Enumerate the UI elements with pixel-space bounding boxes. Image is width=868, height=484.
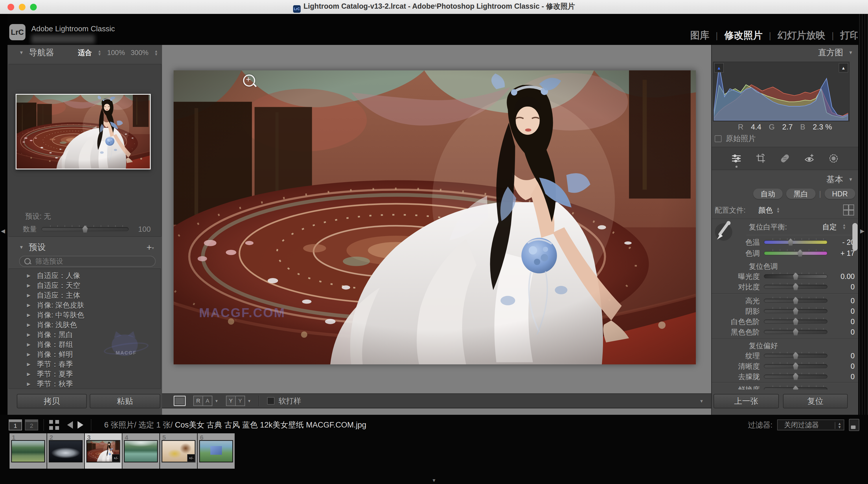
reset-button[interactable]: 复位 <box>783 394 848 408</box>
texture-slider[interactable] <box>764 354 828 358</box>
collapse-left-panel-icon[interactable]: ◀ <box>1 228 5 234</box>
bottom-panel-collapse-arrow[interactable]: ▼ <box>432 478 436 483</box>
filter-select[interactable]: 关闭过滤器 ▲▼ <box>777 419 844 430</box>
filmstrip-cell-4[interactable]: 4 <box>122 433 159 468</box>
auto-button[interactable]: 自动 <box>753 189 783 199</box>
thumbnail-forest-lake[interactable] <box>124 440 158 462</box>
tint-slider[interactable] <box>764 251 828 255</box>
module-tab-4[interactable]: 打印 <box>840 29 859 42</box>
navigator-preview-image[interactable] <box>16 94 151 169</box>
preset-item[interactable]: ▶肖像: 深色皮肤 <box>9 300 161 310</box>
bw-button[interactable]: 黑白 <box>786 189 816 199</box>
previous-button[interactable]: 上一张 <box>713 394 779 408</box>
original-photo-checkbox[interactable] <box>715 135 722 142</box>
histogram-header[interactable]: 直方图 ▼ <box>712 45 858 60</box>
tone-reset-label[interactable]: 复位色调 <box>749 261 778 271</box>
filmstrip-cell-5[interactable]: 5+/- <box>160 433 197 468</box>
grid-view-icon[interactable] <box>49 420 59 430</box>
shadows-slider[interactable] <box>764 309 828 313</box>
disclosure-triangle-icon[interactable]: ▶ <box>27 362 30 367</box>
navigator-header[interactable]: ▼ 导航器 适合 ▲▼ 100% 300% ▲▼ <box>7 45 162 60</box>
filmstrip-cell-6[interactable]: 6 <box>197 433 235 468</box>
amount-slider[interactable] <box>41 227 129 231</box>
reference-view-dropdown-icon[interactable]: ▼ <box>215 399 218 403</box>
highlight-clipping-indicator[interactable]: ▲ <box>839 63 848 73</box>
collapse-histogram-icon[interactable]: ▼ <box>848 50 853 55</box>
thumbnail-cube-landscape[interactable] <box>199 440 233 462</box>
collapse-basic-icon[interactable]: ▼ <box>848 177 853 182</box>
zoom-fit-option[interactable]: 适合 <box>78 48 92 57</box>
next-photo-icon[interactable] <box>78 421 83 429</box>
disclosure-triangle-icon[interactable]: ▶ <box>27 322 30 328</box>
preset-search-box[interactable] <box>19 256 156 267</box>
preset-item[interactable]: ▶肖像: 浅肤色 <box>9 320 161 330</box>
exposure-slider[interactable] <box>764 274 828 278</box>
preset-item[interactable]: ▶季节：春季 <box>9 359 161 369</box>
filmstrip-cell-2[interactable]: 2 <box>47 433 84 468</box>
paste-button[interactable]: 粘贴 <box>90 394 160 408</box>
module-tab-1[interactable]: 图库 <box>690 29 709 42</box>
disclosure-triangle-icon[interactable]: ▶ <box>27 352 30 357</box>
masking-tool-icon[interactable] <box>828 153 839 164</box>
presence-reset-label[interactable]: 复位偏好 <box>749 341 778 350</box>
loupe-view-icon[interactable] <box>174 396 186 406</box>
whites-slider[interactable] <box>764 319 828 323</box>
main-photo[interactable]: MACGF.COM <box>174 70 696 364</box>
basic-panel-header[interactable]: 基本 ▼ <box>712 172 858 188</box>
clarity-slider[interactable] <box>764 364 828 368</box>
disclosure-triangle-icon[interactable]: ▶ <box>27 381 30 387</box>
preset-item[interactable]: ▶肖像：群组 <box>9 339 161 349</box>
profile-value[interactable]: 颜色 <box>758 205 773 215</box>
preset-search-input[interactable] <box>35 257 151 265</box>
disclosure-triangle-icon[interactable]: ▶ <box>27 332 30 337</box>
dehaze-slider[interactable] <box>764 374 828 378</box>
presets-header[interactable]: ▼ 预设 + <box>7 239 162 255</box>
toolbar-options-dropdown-icon[interactable]: ▼ <box>699 399 704 403</box>
preset-item[interactable]: ▶自适应：人像 <box>9 271 161 280</box>
preset-item[interactable]: ▶季节：夏季 <box>9 369 161 379</box>
fit-stepper-icon[interactable]: ▲▼ <box>97 50 101 56</box>
crop-tool-icon[interactable] <box>755 153 767 164</box>
highlights-slider[interactable] <box>764 298 828 303</box>
zoom-100-option[interactable]: 100% <box>107 49 125 57</box>
hdr-button[interactable]: HDR <box>825 189 855 199</box>
preset-item[interactable]: ▶自适应：主体 <box>9 290 161 300</box>
disclosure-triangle-icon[interactable]: ▶ <box>27 283 30 288</box>
collapse-navigator-icon[interactable]: ▼ <box>19 50 24 55</box>
filmstrip-cell-1[interactable]: 1 <box>9 433 46 468</box>
add-preset-button[interactable]: + <box>146 242 154 253</box>
disclosure-triangle-icon[interactable]: ▶ <box>27 371 30 377</box>
thumbnail-cos-photo[interactable]: +/- <box>87 440 120 462</box>
soft-proof-checkbox[interactable] <box>267 397 275 405</box>
temp-slider[interactable] <box>764 240 828 244</box>
histogram-box[interactable]: ▲ ▲ <box>713 62 849 121</box>
collapse-right-panel-icon[interactable]: ▶ <box>860 228 865 234</box>
contrast-slider[interactable] <box>764 285 828 289</box>
healing-tool-icon[interactable] <box>779 153 791 164</box>
top-panel-collapse-arrow[interactable]: ▲ <box>433 2 438 8</box>
zoom-stepper-icon[interactable]: ▲▼ <box>154 50 158 56</box>
blacks-slider[interactable] <box>764 330 828 334</box>
disclosure-triangle-icon[interactable]: ▶ <box>27 342 30 347</box>
filmstrip-cell-3[interactable]: 3+/- <box>85 433 122 468</box>
thumbnail-sports-car[interactable] <box>49 440 83 462</box>
disclosure-triangle-icon[interactable]: ▶ <box>27 273 30 278</box>
wb-stepper-icon[interactable]: ▲▼ <box>842 223 846 230</box>
preset-item[interactable]: ▶肖像：鲜明 <box>9 349 161 359</box>
before-after-toggle[interactable]: YY <box>226 396 245 406</box>
preset-item[interactable]: ▶季节：秋季 <box>9 379 161 389</box>
copy-button[interactable]: 拷贝 <box>17 394 87 408</box>
wb-value[interactable]: 自定 <box>822 222 837 232</box>
zoom-300-option[interactable]: 300% <box>131 49 148 57</box>
thumbnail-mountain-valley[interactable] <box>11 440 45 462</box>
second-window-button[interactable]: 2 <box>25 419 38 430</box>
disclosure-triangle-icon[interactable]: ▶ <box>27 303 30 308</box>
profile-stepper-icon[interactable]: ▲▼ <box>776 207 780 213</box>
module-tab-3[interactable]: 幻灯片放映 <box>777 29 825 42</box>
previous-photo-icon[interactable] <box>67 421 73 429</box>
right-panel-edge[interactable]: ▶ <box>858 14 868 484</box>
thumbnail-girl-room[interactable]: +/- <box>162 440 195 462</box>
panel-scrollbar[interactable] <box>852 223 858 251</box>
filter-toggle-switch[interactable] <box>849 419 859 431</box>
preset-item[interactable]: ▶肖像: 中等肤色 <box>9 310 161 320</box>
